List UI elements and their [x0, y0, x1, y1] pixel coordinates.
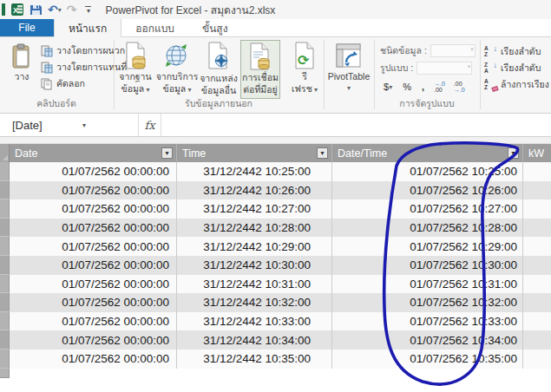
cell-datetime[interactable]: 01/07/2562 10:32:00	[332, 293, 523, 312]
cell-time[interactable]: 31/12/2442 10:28:00	[177, 219, 332, 238]
cell-kw[interactable]	[523, 256, 551, 275]
cell-kw[interactable]	[523, 219, 551, 238]
next-row-selector[interactable]	[0, 369, 10, 378]
row-selector[interactable]	[0, 219, 10, 238]
cell-date[interactable]: 01/07/2562 00:00:00	[10, 312, 177, 331]
insert-function-button[interactable]: fx	[139, 114, 161, 136]
cell-datetime[interactable]: 01/07/2562 10:28:00	[332, 219, 523, 238]
cell-time[interactable]: 31/12/2442 10:27:00	[177, 199, 332, 219]
cell-kw[interactable]	[523, 199, 551, 219]
row-selector[interactable]	[0, 256, 10, 275]
cell-date[interactable]: 01/07/2562 00:00:00	[10, 181, 177, 200]
clear-sort-button[interactable]: AZ ล้างการเรียง	[484, 76, 549, 93]
row-selector[interactable]	[0, 275, 10, 294]
tab-advanced[interactable]: ขั้นสูง	[188, 19, 242, 36]
currency-button[interactable]: $	[380, 79, 396, 95]
increase-decimal-button[interactable]: →.0.00	[431, 81, 448, 93]
cell-kw[interactable]	[523, 275, 551, 294]
cell-date[interactable]: 01/07/2562 00:00:00	[10, 350, 177, 369]
paste-button[interactable]: วาง	[2, 40, 42, 99]
table-row[interactable]: 01/07/2562 00:00:0031/12/2442 10:28:0001…	[0, 219, 551, 238]
row-selector[interactable]	[0, 199, 10, 219]
table-row[interactable]: 01/07/2562 00:00:0031/12/2442 10:26:0001…	[0, 181, 551, 200]
table-row[interactable]: 01/07/2562 00:00:0031/12/2442 10:35:0001…	[0, 350, 551, 369]
row-selector[interactable]	[0, 162, 10, 181]
cell-time[interactable]: 31/12/2442 10:31:00	[177, 275, 332, 294]
tab-file[interactable]: File	[0, 19, 54, 36]
cell-kw[interactable]	[523, 237, 551, 256]
table-row[interactable]: 01/07/2562 00:00:0031/12/2442 10:33:0001…	[0, 312, 551, 331]
cell-date[interactable]: 01/07/2562 00:00:00	[10, 237, 177, 256]
column-header-date[interactable]: Date ▼	[10, 144, 177, 162]
cell-date[interactable]: 01/07/2562 00:00:00	[10, 199, 177, 219]
name-box-caret-icon[interactable]: ▾	[82, 121, 86, 129]
cell-date[interactable]: 01/07/2562 00:00:00	[10, 256, 177, 275]
tab-design[interactable]: ออกแบบ	[121, 19, 188, 36]
cell-date[interactable]: 01/07/2562 00:00:00	[10, 162, 177, 181]
table-row[interactable]: 01/07/2562 00:00:0031/12/2442 10:31:0001…	[0, 275, 551, 294]
cell-date[interactable]: 01/07/2562 00:00:00	[10, 219, 177, 238]
from-data-service-button[interactable]: จากบริการ ข้อมูล	[157, 40, 197, 99]
filter-dropdown-icon[interactable]: ▼	[508, 147, 519, 159]
data-type-dropdown[interactable]	[430, 44, 476, 57]
cell-kw[interactable]	[523, 330, 551, 350]
cell-kw[interactable]	[523, 350, 551, 369]
cell-datetime[interactable]: 01/07/2562 10:33:00	[332, 312, 523, 331]
sort-ascending-button[interactable]: AZ↓ เรียงลำดับ	[484, 43, 549, 60]
row-selector[interactable]	[0, 350, 10, 369]
comma-button[interactable]: ,	[418, 79, 428, 95]
cell-datetime[interactable]: 01/07/2562 10:26:00	[332, 181, 523, 200]
cell-time[interactable]: 31/12/2442 10:29:00	[177, 237, 332, 256]
from-database-button[interactable]: จากฐาน ข้อมูล	[115, 40, 155, 99]
pivottable-button[interactable]: PivotTable ▾	[329, 40, 369, 99]
column-header-time[interactable]: Time ▼	[177, 144, 332, 162]
cell-datetime[interactable]: 01/07/2562 10:29:00	[332, 237, 523, 256]
cell-datetime[interactable]: 01/07/2562 10:34:00	[332, 330, 523, 350]
undo-button[interactable]: ↶▾	[48, 2, 62, 17]
cell-date[interactable]: 01/07/2562 00:00:00	[10, 275, 177, 294]
percent-button[interactable]: %	[399, 79, 415, 95]
cell-datetime[interactable]: 01/07/2562 10:31:00	[332, 275, 523, 294]
cell-time[interactable]: 31/12/2442 10:34:00	[177, 330, 332, 350]
cell-time[interactable]: 31/12/2442 10:26:00	[177, 181, 332, 200]
row-selector[interactable]	[0, 237, 10, 256]
table-row[interactable]: 01/07/2562 00:00:0031/12/2442 10:25:0001…	[0, 162, 551, 181]
cell-time[interactable]: 31/12/2442 10:30:00	[177, 256, 332, 275]
row-selector[interactable]	[0, 330, 10, 350]
formula-input[interactable]	[161, 114, 551, 136]
table-row[interactable]: 01/07/2562 00:00:0031/12/2442 10:27:0001…	[0, 199, 551, 219]
existing-connections-button[interactable]: การเชื่อม ต่อที่มีอยู่	[240, 40, 280, 99]
table-row[interactable]: 01/07/2562 00:00:0031/12/2442 10:32:0001…	[0, 293, 551, 312]
table-row[interactable]: 01/07/2562 00:00:0031/12/2442 10:34:0001…	[0, 330, 551, 350]
column-header-datetime[interactable]: Date/Time ▼	[332, 144, 523, 162]
redo-button[interactable]: ↷	[67, 2, 77, 17]
customize-qat-button[interactable]: ▾	[85, 6, 91, 13]
cell-time[interactable]: 31/12/2442 10:32:00	[177, 293, 332, 312]
refresh-button[interactable]: ⟳ รี เฟรช	[288, 40, 321, 99]
row-selector[interactable]	[0, 181, 10, 200]
cell-kw[interactable]	[523, 312, 551, 331]
cell-time[interactable]: 31/12/2442 10:25:00	[177, 162, 332, 181]
save-button[interactable]	[30, 2, 43, 17]
cell-datetime[interactable]: 01/07/2562 10:30:00	[332, 256, 523, 275]
filter-dropdown-icon[interactable]: ▼	[317, 147, 328, 159]
filter-dropdown-icon[interactable]: ▼	[161, 147, 173, 159]
cell-date[interactable]: 01/07/2562 00:00:00	[10, 330, 177, 350]
cell-datetime[interactable]: 01/07/2562 10:35:00	[332, 350, 523, 369]
cell-time[interactable]: 31/12/2442 10:35:00	[177, 350, 332, 369]
row-selector[interactable]	[0, 293, 10, 312]
format-dropdown[interactable]	[417, 62, 472, 75]
sort-descending-button[interactable]: ZA↓ เรียงลำดับ	[484, 60, 549, 76]
cell-time[interactable]: 31/12/2442 10:33:00	[177, 312, 332, 331]
table-row[interactable]: 01/07/2562 00:00:0031/12/2442 10:29:0001…	[0, 237, 551, 256]
row-selector[interactable]	[0, 312, 10, 331]
name-box[interactable]: [Date] ▾	[0, 114, 139, 136]
tab-home[interactable]: หน้าแรก	[54, 19, 121, 37]
cell-date[interactable]: 01/07/2562 00:00:00	[10, 293, 177, 312]
cell-kw[interactable]	[523, 293, 551, 312]
cell-kw[interactable]	[523, 181, 551, 200]
select-all-corner[interactable]	[0, 144, 10, 162]
decrease-decimal-button[interactable]: .00→.0	[451, 81, 468, 93]
table-row[interactable]: 01/07/2562 00:00:0031/12/2442 10:30:0001…	[0, 256, 551, 275]
column-header-kw[interactable]: kW	[523, 144, 551, 162]
